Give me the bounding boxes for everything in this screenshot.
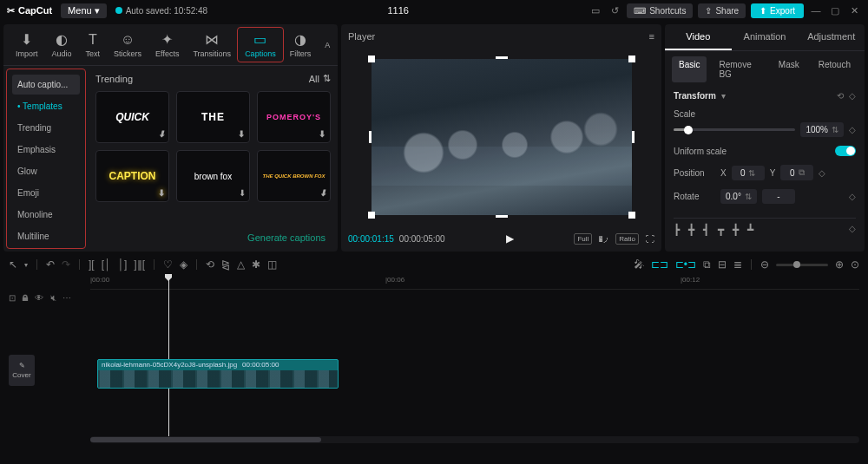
subtab-removebg[interactable]: Remove BG (712, 56, 766, 82)
play-button[interactable]: ▶ (506, 232, 514, 245)
menu-button[interactable]: Menu ▾ (61, 3, 107, 18)
tab-adjust[interactable]: A (318, 37, 337, 53)
sidebar-item-monoline[interactable]: Monoline (12, 205, 80, 225)
delete-clip-icon[interactable]: ]‖[ (134, 258, 145, 271)
more-track-icon[interactable]: ⋯ (62, 293, 71, 303)
minimize-icon[interactable]: — (809, 3, 823, 17)
download-icon[interactable]: ⬇ (319, 188, 326, 198)
rotate-value-input[interactable]: 0.0°⇅ (720, 189, 757, 204)
keyframe-icon[interactable]: ◇ (849, 125, 856, 134)
keyframe-icon[interactable]: ◇ (849, 224, 856, 236)
resize-handle-b[interactable] (496, 215, 508, 218)
export-button[interactable]: ⬆ Export (751, 3, 804, 18)
tab-captions[interactable]: ▭Captions (238, 28, 283, 62)
preview-cut-icon[interactable]: ⊟ (718, 258, 727, 271)
lock-track-icon[interactable]: ⊡ (9, 293, 16, 303)
tab-effects[interactable]: ✦Effects (148, 28, 186, 62)
resize-handle-tl[interactable] (368, 56, 375, 62)
sidebar-item-trending[interactable]: Trending (12, 118, 80, 138)
hide-track-icon[interactable]: 🔒︎ (21, 293, 30, 303)
timeline-clip[interactable]: nikolai-lehmann-05cDX4y2oJ8-unsplash.jpg… (97, 359, 339, 389)
tab-transitions[interactable]: ⋈Transitions (186, 28, 238, 62)
template-thumb[interactable]: THE QUICK BROWN FOX⬇ (257, 150, 331, 202)
video-frame[interactable] (372, 59, 632, 215)
link-icon[interactable]: ⧉ (799, 167, 805, 178)
trim-left-icon[interactable]: [│ (102, 258, 111, 271)
tab-stickers[interactable]: ☺Stickers (107, 29, 148, 62)
keyframe-icon[interactable]: ◇ (819, 168, 825, 178)
gallery-all-button[interactable]: All ⇅ (309, 73, 331, 84)
reset-icon[interactable]: ⟲ (837, 91, 844, 101)
redo-icon[interactable]: ↷ (62, 258, 70, 271)
resize-handle-br[interactable] (628, 212, 635, 219)
align-bottom-icon[interactable]: ┻ (747, 224, 753, 236)
resize-handle-bl[interactable] (368, 212, 375, 219)
caret-down-icon[interactable]: ▾ (721, 91, 726, 101)
stepper-icon[interactable]: ⇅ (832, 125, 838, 134)
timeline-scrollbar-h[interactable] (90, 436, 859, 443)
subtab-retouch[interactable]: Retouch (812, 56, 858, 82)
tab-audio[interactable]: ◐Audio (45, 28, 79, 62)
props-tab-adjustment[interactable]: Adjustment (798, 24, 865, 50)
tab-import[interactable]: ⬇Import (9, 28, 45, 62)
marker-icon[interactable]: ◈ (180, 258, 187, 271)
tab-text[interactable]: TText (79, 29, 108, 62)
scale-value[interactable]: 100%⇅ (800, 122, 844, 137)
eye-track-icon[interactable]: 👁 (35, 293, 43, 303)
zoom-slider[interactable] (776, 264, 828, 266)
template-thumb[interactable]: CAPTION⬇ (95, 150, 169, 202)
sidebar-item-glow[interactable]: Glow (12, 161, 80, 181)
keyframe-icon[interactable]: ◇ (849, 91, 856, 101)
track-options-icon[interactable]: ≣ (733, 258, 742, 271)
resize-handle-r[interactable] (632, 131, 635, 143)
maximize-icon[interactable]: ▢ (828, 3, 842, 17)
sidebar-item-templates[interactable]: • Templates (12, 96, 80, 116)
props-tab-video[interactable]: Video (665, 24, 732, 50)
uniform-scale-toggle[interactable] (835, 146, 856, 156)
split-icon[interactable]: ][ (89, 258, 95, 271)
sidebar-item-emoji[interactable]: Emoji (12, 183, 80, 203)
player-canvas[interactable] (348, 47, 654, 227)
align-top-icon[interactable]: ┳ (718, 224, 724, 236)
full-button[interactable]: Full (574, 233, 592, 245)
rotate-dash[interactable]: - (762, 189, 795, 204)
sidebar-item-game[interactable]: Game (12, 248, 80, 252)
template-thumb[interactable]: THE⬇ (176, 91, 250, 143)
reverse-icon[interactable]: ⟲ (206, 258, 214, 271)
template-thumb[interactable]: POMEROY'S⬇ (257, 91, 331, 143)
sidebar-item-emphasis[interactable]: Emphasis (12, 140, 80, 160)
template-thumb[interactable]: QUICK⬇ (95, 91, 169, 143)
favorite-icon[interactable]: ♡ (163, 258, 173, 271)
freeze-icon[interactable]: ✱ (252, 258, 260, 271)
trim-right-icon[interactable]: │] (118, 258, 128, 271)
close-icon[interactable]: ✕ (847, 3, 861, 17)
template-thumb[interactable]: brown fox⬇ (176, 150, 250, 202)
snap-icon[interactable]: △ (237, 258, 245, 271)
align-right-icon[interactable]: ┫ (703, 224, 709, 236)
chevron-down-icon[interactable]: ▾ (24, 261, 28, 269)
undo-icon[interactable]: ↶ (46, 258, 55, 271)
keyframe-icon[interactable]: ◇ (849, 192, 856, 201)
timeline-tracks[interactable]: |00:00 |00:06 |00:12 nikolai-lehmann-05c… (90, 274, 859, 443)
resize-handle-tr[interactable] (628, 56, 635, 62)
link-icon[interactable]: ⧉ (703, 258, 711, 271)
subtab-basic[interactable]: Basic (672, 56, 707, 82)
crop-icon[interactable]: ◫ (267, 258, 277, 271)
generate-captions-button[interactable]: Generate captions (95, 225, 331, 245)
download-icon[interactable]: ⬇ (158, 129, 165, 139)
resize-handle-t[interactable] (496, 56, 508, 59)
shortcuts-button[interactable]: ⌨ Shortcuts (627, 3, 693, 18)
download-icon[interactable]: ⬇ (158, 188, 165, 198)
history-icon[interactable]: ↺ (608, 3, 621, 17)
cover-button[interactable]: ✎ Cover (9, 355, 35, 386)
zoom-fit-icon[interactable]: ⊙ (851, 258, 859, 271)
download-icon[interactable]: ⬇ (319, 129, 326, 139)
mute-track-icon[interactable]: 🔇︎ (49, 293, 57, 303)
magnet-track-icon[interactable]: ⊏•⊐ (675, 258, 696, 271)
subtab-mask[interactable]: Mask (772, 56, 806, 82)
props-tab-animation[interactable]: Animation (732, 24, 799, 50)
timeline-ruler[interactable]: |00:00 |00:06 |00:12 (90, 274, 859, 290)
align-hcenter-icon[interactable]: ╋ (688, 224, 694, 236)
selection-tool-icon[interactable]: ↖ (9, 258, 17, 271)
zoom-in-icon[interactable]: ⊕ (835, 258, 844, 271)
